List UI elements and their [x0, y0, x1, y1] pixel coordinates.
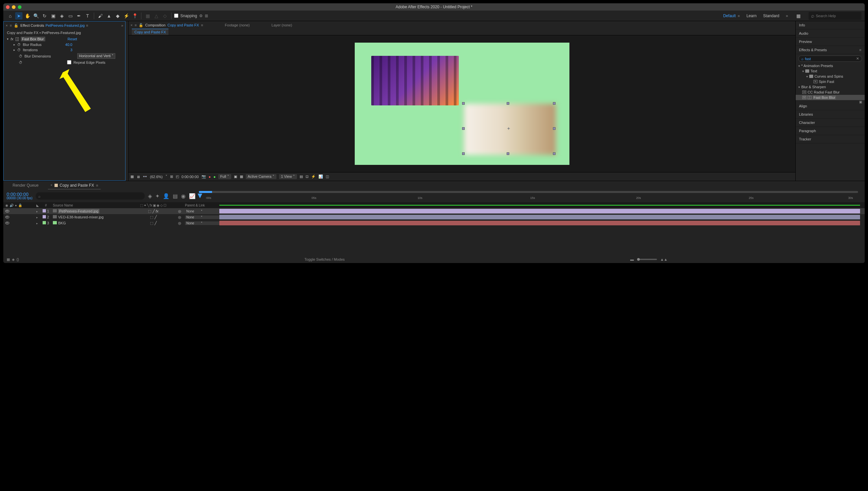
lock-icon[interactable]: 🔓 — [14, 24, 19, 28]
close-tab-icon[interactable]: × — [130, 23, 132, 27]
info-panel-header[interactable]: Info — [796, 21, 865, 29]
parent-dropdown[interactable]: None˅ — [185, 221, 219, 225]
render-icon[interactable]: ▦ — [130, 174, 134, 179]
snapping-toggle[interactable]: Snapping ⚙ ⊞ — [174, 13, 208, 18]
visibility-toggle[interactable] — [5, 222, 9, 224]
blur-radius-value[interactable]: 40.0 — [65, 42, 72, 47]
footage-tab[interactable]: Footage (none) — [225, 23, 250, 27]
transparency-icon[interactable]: ▦ — [240, 174, 243, 179]
tab-menu-icon[interactable]: ≡ — [96, 183, 98, 187]
fast-preview-icon[interactable]: ⚡ — [311, 174, 316, 179]
pen-tool-icon[interactable]: ✒ — [75, 12, 83, 20]
character-panel-header[interactable]: Character — [796, 119, 865, 127]
layer-bar[interactable] — [219, 221, 860, 225]
snapping-checkbox[interactable] — [174, 13, 178, 18]
close-tab-icon[interactable]: × — [51, 183, 53, 187]
repeat-edge-checkbox[interactable] — [67, 60, 71, 64]
display-icon[interactable]: 🖥 — [137, 175, 140, 179]
blur-dimensions-select[interactable]: Horizontal and Verti ˅ — [77, 53, 115, 59]
flowchart-icon[interactable]: ◫ — [326, 174, 329, 179]
pickwhip-icon[interactable]: ◎ — [178, 209, 181, 213]
composition-label[interactable]: Composition — [145, 23, 166, 27]
expand-icon[interactable]: ▸ — [36, 222, 38, 225]
number-column[interactable]: # — [41, 204, 51, 207]
effects-search[interactable]: ⌕ ✕ — [798, 56, 862, 62]
zoom-tool-icon[interactable]: 🔍 — [32, 12, 40, 20]
lock-icon[interactable]: 🔓 — [139, 23, 143, 27]
expand-icon[interactable]: ▸ — [36, 210, 38, 213]
clone-tool-icon[interactable]: ▲ — [106, 12, 113, 20]
layer-row-2[interactable]: ▸ 2 VED-E38-featured-mixer.jpg ⬚╱ ◎ None… — [3, 214, 865, 220]
video-col-icon[interactable]: ◉ — [5, 204, 8, 207]
composition-viewer[interactable]: ✦ — [128, 35, 795, 172]
zoom-slider-handle[interactable] — [637, 258, 640, 261]
resolution-dropdown[interactable]: Full ˅ — [218, 174, 231, 179]
shy-col-icon[interactable]: ◣ — [36, 204, 41, 207]
effect-header[interactable]: ▾ fx ▯ Fast Box Blur Reset — [4, 36, 125, 42]
stopwatch-icon[interactable]: ⏱ — [19, 60, 23, 64]
timeline-search[interactable] — [36, 192, 145, 200]
layer-color[interactable] — [42, 209, 46, 212]
paragraph-panel-header[interactable]: Paragraph — [796, 127, 865, 135]
stopwatch-icon[interactable]: ⏱ — [17, 48, 21, 52]
color-icon[interactable]: ● — [213, 175, 216, 179]
lock-col-icon[interactable]: 🔒 — [18, 204, 22, 207]
layer-bar[interactable] — [219, 215, 860, 220]
composition-name[interactable]: Copy and Paste FX — [168, 23, 199, 27]
search-help[interactable]: ⌕ — [809, 12, 861, 20]
zoom-out-icon[interactable]: ▬ — [630, 257, 634, 261]
minimize-button[interactable] — [12, 5, 16, 9]
fx-icon[interactable]: fx — [10, 37, 13, 41]
effects-search-input[interactable] — [805, 57, 855, 61]
view-count-dropdown[interactable]: 1 View ˅ — [279, 174, 297, 179]
tracker-panel-header[interactable]: Tracker — [796, 135, 865, 143]
layer-name[interactable]: BKG — [58, 221, 66, 225]
visibility-toggle[interactable] — [5, 210, 9, 212]
reset-link[interactable]: Reset — [68, 37, 77, 41]
channel-icon[interactable]: ● — [209, 175, 211, 179]
toggle-switches-modes[interactable]: Toggle Switches / Modes — [304, 257, 345, 261]
timeline-comp-tab[interactable]: × Copy and Paste FX ≡ — [48, 182, 101, 189]
expand-icon[interactable]: ▸ — [13, 43, 15, 46]
hand-tool-icon[interactable]: ✋ — [24, 12, 31, 20]
shy-icon[interactable]: 👤 — [163, 193, 170, 199]
maximize-button[interactable] — [18, 5, 22, 9]
align-panel-header[interactable]: Align — [796, 102, 865, 110]
pin-tool-icon[interactable]: 📍 — [131, 12, 139, 20]
tree-cc-radial[interactable]: 16 CC Radial Fast Blur — [796, 90, 865, 95]
pickwhip-icon[interactable]: ◎ — [178, 221, 181, 225]
roto-tool-icon[interactable]: ⚡ — [123, 12, 130, 20]
zoom-percentage[interactable]: (62.6%) — [150, 175, 163, 179]
folder-icon[interactable]: {} — [17, 257, 19, 262]
expand-icon[interactable]: ▸ — [13, 48, 15, 52]
snapping-grid-icon[interactable]: ⊞ — [205, 13, 208, 18]
graph-editor-icon[interactable]: 📈 — [189, 193, 196, 199]
source-name-column[interactable]: Source Name — [51, 204, 130, 207]
layer-row-3[interactable]: ▸ 3 BKG ⬚╱ ◎ None˅ — [3, 220, 865, 226]
zoom-in-icon[interactable]: ▲▲ — [660, 257, 667, 261]
search-help-input[interactable] — [816, 14, 859, 18]
audio-col-icon[interactable]: 🔊 — [9, 204, 13, 207]
parent-column[interactable]: Parent & Link — [183, 204, 219, 207]
workspace-standard[interactable]: Standard — [763, 13, 779, 18]
layer-tab[interactable]: Layer (none) — [271, 23, 292, 27]
collapse-icon[interactable]: ▾ — [7, 37, 8, 41]
snapping-options-icon[interactable]: ⚙ — [199, 13, 203, 18]
layer-color[interactable] — [42, 221, 46, 224]
frame-blend-icon[interactable]: ◈ — [12, 257, 14, 262]
clear-search-icon[interactable]: ✕ — [856, 57, 859, 61]
layer-bar[interactable] — [219, 209, 860, 213]
panel-menu-icon[interactable]: ≡ — [860, 48, 861, 52]
iterations-value[interactable]: 3 — [70, 48, 72, 52]
comp-mini-flowchart-icon[interactable]: ◈ — [148, 193, 152, 199]
close-button[interactable] — [6, 5, 9, 9]
effect-name[interactable]: Fast Box Blur — [21, 37, 45, 41]
stopwatch-icon[interactable]: ⏱ — [19, 54, 23, 58]
preview-panel-header[interactable]: Preview — [796, 38, 865, 46]
layer-name[interactable]: PetPeeves-Featured.jpg — [58, 209, 99, 213]
workspace-switcher-icon[interactable]: ▦ — [795, 12, 802, 20]
libraries-panel-header[interactable]: Libraries — [796, 110, 865, 119]
audio-panel-header[interactable]: Audio — [796, 29, 865, 38]
solo-col-icon[interactable]: ● — [15, 204, 17, 207]
tree-blur-sharpen[interactable]: ▾ Blur & Sharpen — [796, 84, 865, 90]
